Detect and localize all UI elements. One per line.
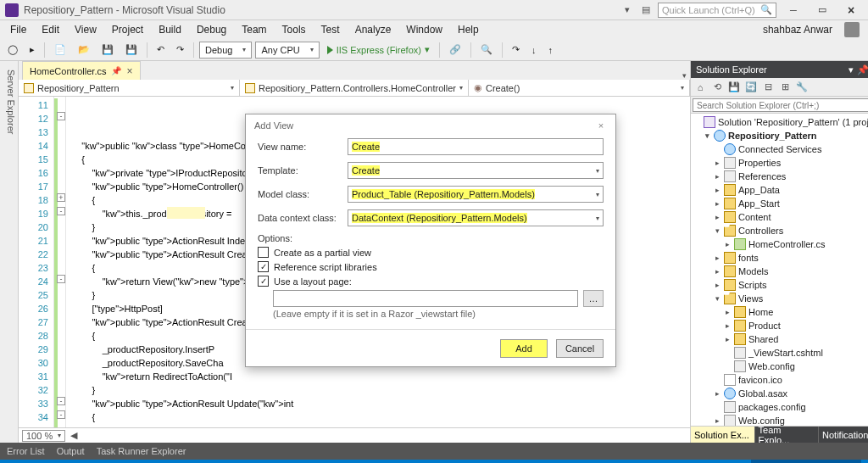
menu-window[interactable]: Window <box>399 22 449 37</box>
browser-link-icon[interactable]: 🔗 <box>445 42 465 59</box>
save-all-icon[interactable]: 💾 <box>121 42 142 59</box>
save-icon[interactable]: 💾 <box>97 42 118 59</box>
refresh-icon[interactable]: 🔄 <box>743 80 759 95</box>
breadcrumb-method[interactable]: ◉Create()▾ <box>469 80 690 96</box>
menu-help[interactable]: Help <box>451 22 486 37</box>
tree-node[interactable]: ▸Shared <box>693 332 868 346</box>
tree-node[interactable]: ▸Models <box>693 265 868 278</box>
tree-node[interactable]: Connected Services <box>693 142 868 156</box>
source-control-button[interactable]: Add to Source Control ▴ <box>751 460 861 463</box>
tree-node[interactable]: ▸Global.asax <box>693 387 868 400</box>
tab-solution-explorer[interactable]: Solution Ex... <box>691 427 755 443</box>
tree-node[interactable]: ▸App_Data <box>693 183 868 197</box>
menu-project[interactable]: Project <box>105 22 150 37</box>
tree-node[interactable]: Web.config <box>693 360 868 373</box>
view-name-input[interactable]: Create <box>348 138 604 155</box>
menu-view[interactable]: View <box>68 22 103 37</box>
solution-tree[interactable]: Solution 'Repositiory_Pattern' (1 projec… <box>691 114 868 426</box>
breadcrumb-class[interactable]: Repositiory_Pattern.Controllers.HomeCont… <box>240 80 469 96</box>
tree-node[interactable]: ▸Home <box>693 305 868 319</box>
tree-node[interactable]: ▸fonts <box>693 251 868 265</box>
breadcrumb-project[interactable]: Repositiory_Pattern▾ <box>19 80 240 96</box>
tab-overflow-icon[interactable]: ▾ <box>682 71 687 80</box>
zoom-combo[interactable]: 100 %▾ <box>22 430 65 442</box>
platform-combo[interactable]: Any CPU▾ <box>255 42 319 59</box>
find-icon[interactable]: 🔍 <box>476 42 497 59</box>
solution-toolbar: ⌂ ⟲ 💾 🔄 ⊟ ⊞ 🔧 <box>691 78 868 97</box>
open-icon[interactable]: 📂 <box>74 42 94 59</box>
menu-analyze[interactable]: Analyze <box>348 22 398 37</box>
tree-node[interactable]: ▸App_Start <box>693 197 868 210</box>
panel-pin-icon[interactable]: 📌 <box>857 64 868 75</box>
nav-back-icon[interactable]: ◯ <box>3 42 22 59</box>
tab-output[interactable]: Output <box>57 446 85 456</box>
step-out-icon[interactable]: ↑ <box>543 42 557 59</box>
pin-icon[interactable]: 📌 <box>111 66 121 75</box>
menu-debug[interactable]: Debug <box>190 22 233 37</box>
tree-node[interactable]: ▸Web.config <box>693 414 868 426</box>
menu-team[interactable]: Team <box>235 22 273 37</box>
tab-task-runner[interactable]: Task Runner Explorer <box>97 446 186 456</box>
tree-node[interactable]: favicon.ico <box>693 373 868 387</box>
layout-browse-button[interactable]: … <box>583 290 604 307</box>
tree-node[interactable]: ▸Scripts <box>693 278 868 292</box>
cancel-button[interactable]: Cancel <box>556 339 604 358</box>
user-badge[interactable]: shahbaz Anwar <box>756 22 865 37</box>
menu-test[interactable]: Test <box>314 22 347 37</box>
minimize-button[interactable]: ─ <box>782 2 805 19</box>
dialog-close-icon[interactable]: × <box>595 120 607 131</box>
tab-server-explorer[interactable]: Server Explorer <box>6 66 16 438</box>
context-combo[interactable]: DataContext (Repositiory_Pattern.Models)… <box>348 209 604 226</box>
save-icon[interactable]: 💾 <box>726 80 742 95</box>
close-button[interactable]: × <box>839 2 863 19</box>
panel-menu-icon[interactable]: ▾ <box>849 64 854 75</box>
checkbox-partial[interactable]: Create as a partial view <box>258 247 604 258</box>
tree-node[interactable]: ▸References <box>693 170 868 183</box>
menu-file[interactable]: File <box>3 22 33 37</box>
menu-edit[interactable]: Edit <box>35 22 66 37</box>
document-tab[interactable]: HomeController.cs 📌 × <box>22 61 141 80</box>
properties-icon[interactable]: 🔧 <box>794 80 810 95</box>
maximize-button[interactable]: ▭ <box>810 2 834 19</box>
step-into-icon[interactable]: ↓ <box>527 42 541 59</box>
tab-team-explorer[interactable]: Team Explo... <box>755 427 820 443</box>
step-over-icon[interactable]: ↷ <box>508 42 524 59</box>
add-button[interactable]: Add <box>500 339 548 358</box>
notifications-icon[interactable]: ▾ <box>620 3 634 17</box>
quick-launch-input[interactable]: Quick Launch (Ctrl+Q)🔍 <box>658 3 776 18</box>
undo-icon[interactable]: ↶ <box>153 42 169 59</box>
tab-close-icon[interactable]: × <box>126 65 132 77</box>
redo-icon[interactable]: ↷ <box>172 42 188 59</box>
tree-node[interactable]: ▾Controllers <box>693 224 868 237</box>
tree-solution[interactable]: Solution 'Repositiory_Pattern' (1 projec… <box>693 115 868 129</box>
tree-node[interactable]: ▸Properties <box>693 156 868 170</box>
tree-node[interactable]: ▸Content <box>693 210 868 224</box>
sync-icon[interactable]: ⟲ <box>709 80 725 95</box>
template-combo[interactable]: Create▾ <box>348 162 604 179</box>
show-all-icon[interactable]: ⊞ <box>777 80 793 95</box>
tree-node[interactable]: packages.config <box>693 400 868 414</box>
run-button[interactable]: IIS Express (Firefox) ▾ <box>323 42 434 59</box>
collapse-icon[interactable]: ⊟ <box>760 80 776 95</box>
menu-tools[interactable]: Tools <box>275 22 313 37</box>
new-project-icon[interactable]: 📄 <box>50 42 70 59</box>
config-combo[interactable]: Debug▾ <box>199 42 252 59</box>
home-icon[interactable]: ⌂ <box>693 80 708 95</box>
menu-build[interactable]: Build <box>152 22 188 37</box>
panel-title: Solution Explorer <box>696 64 767 75</box>
model-combo[interactable]: Product_Table (Repositiory_Pattern.Model… <box>348 186 604 203</box>
tab-error-list[interactable]: Error List <box>7 446 45 456</box>
tree-node[interactable]: ▸Product <box>693 319 868 332</box>
tree-node[interactable]: ▸HomeController.cs <box>693 237 868 251</box>
layout-path-input[interactable] <box>273 290 578 307</box>
solution-search[interactable] <box>691 97 868 114</box>
checkbox-uselayout[interactable]: ✓Use a layout page: <box>258 276 604 287</box>
feedback-icon[interactable]: ▤ <box>639 3 653 17</box>
avatar <box>844 22 860 37</box>
nav-fwd-icon[interactable]: ▸ <box>25 42 39 59</box>
tree-node[interactable]: ▾Views <box>693 292 868 305</box>
tree-project[interactable]: ▾Repositiory_Pattern <box>693 129 868 142</box>
tab-notifications[interactable]: Notifications <box>819 427 868 443</box>
checkbox-refscript[interactable]: ✓Reference script libraries <box>258 261 604 272</box>
tree-node[interactable]: _ViewStart.cshtml <box>693 346 868 360</box>
